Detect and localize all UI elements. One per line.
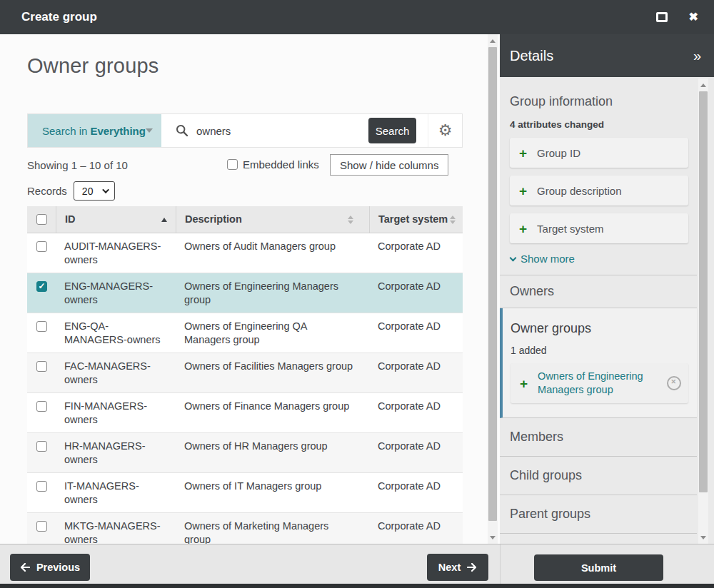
row-checkbox[interactable] bbox=[36, 441, 47, 452]
row-description: Owners of IT Managers group bbox=[176, 473, 369, 512]
row-description: Owners of HR Managers group bbox=[176, 433, 369, 472]
column-label: ID bbox=[65, 213, 76, 226]
show-hide-columns-button[interactable]: Show / hide columns bbox=[330, 154, 448, 176]
main-content: Owner groups Search in Everything bbox=[0, 54, 463, 544]
next-label: Next bbox=[438, 562, 461, 573]
table-row[interactable]: IT-MANAGERS-owners Owners of IT Managers… bbox=[27, 473, 463, 513]
records-row: Records 20 bbox=[27, 181, 463, 201]
dialog-title: Create group bbox=[21, 10, 97, 24]
column-header-id[interactable]: ID bbox=[56, 206, 176, 233]
row-id: FIN-MANAGERS-owners bbox=[56, 393, 176, 432]
section-members[interactable]: Members bbox=[500, 418, 697, 457]
attribute-card-group-description[interactable]: + Group description bbox=[510, 176, 688, 206]
section-owners[interactable]: Owners bbox=[500, 275, 697, 308]
section-heading: Child groups bbox=[510, 468, 582, 483]
show-more-label: Show more bbox=[521, 253, 575, 265]
search-settings[interactable]: ⚙ bbox=[428, 114, 462, 147]
scroll-up-icon[interactable] bbox=[698, 80, 708, 90]
attribute-label: Group ID bbox=[537, 147, 580, 159]
embedded-links-label: Embedded links bbox=[243, 158, 319, 171]
arrow-right-icon bbox=[467, 563, 477, 572]
row-id: ENG-QA-MANAGERS-owners bbox=[56, 313, 176, 353]
table-row[interactable]: ENG-QA-MANAGERS-owners Owners of Enginee… bbox=[27, 313, 463, 353]
main-scrollbar[interactable] bbox=[488, 34, 498, 544]
attribute-label: Target system bbox=[537, 223, 603, 235]
section-child-groups[interactable]: Child groups bbox=[500, 457, 697, 495]
row-target: Corporate AD bbox=[369, 313, 463, 353]
row-id: MKTG-MANAGERS-owners bbox=[56, 513, 176, 544]
table-row[interactable]: HR-MANAGERS-owners Owners of HR Managers… bbox=[27, 433, 463, 473]
show-more-link[interactable]: Show more bbox=[510, 253, 688, 265]
section-heading: Owners bbox=[510, 284, 554, 299]
close-icon[interactable]: ✖ bbox=[689, 11, 698, 23]
next-button[interactable]: Next bbox=[427, 554, 488, 581]
search-icon bbox=[176, 124, 188, 137]
submit-button[interactable]: Submit bbox=[534, 554, 663, 581]
row-target: Corporate AD bbox=[369, 273, 463, 313]
row-id: HR-MANAGERS-owners bbox=[56, 433, 176, 472]
collapse-panel-icon[interactable]: » bbox=[693, 49, 701, 63]
row-target: Corporate AD bbox=[369, 513, 463, 544]
scroll-down-icon[interactable] bbox=[698, 532, 708, 542]
embedded-links-toggle[interactable]: Embedded links bbox=[227, 158, 319, 171]
row-description: Owners of Marketing Managers group bbox=[176, 513, 369, 544]
scroll-down-icon[interactable] bbox=[488, 532, 498, 542]
table-row[interactable]: FAC-MANAGERS-owners Owners of Facilities… bbox=[27, 353, 463, 393]
section-heading: Parent groups bbox=[510, 507, 590, 522]
table-header: ID Description Target system bbox=[27, 206, 463, 233]
titlebar: Create group ✖ bbox=[0, 0, 714, 34]
scrollbar-thumb[interactable] bbox=[488, 47, 497, 521]
table-row[interactable]: FIN-MANAGERS-owners Owners of Finance Ma… bbox=[27, 393, 463, 433]
row-id: FAC-MANAGERS-owners bbox=[56, 353, 176, 392]
scrollbar-thumb[interactable] bbox=[699, 91, 708, 492]
row-checkbox[interactable] bbox=[36, 481, 47, 492]
attribute-card-group-id[interactable]: + Group ID bbox=[510, 138, 688, 168]
footer-divider bbox=[500, 544, 501, 584]
sort-asc-icon bbox=[161, 218, 169, 222]
embedded-links-checkbox[interactable] bbox=[227, 159, 238, 170]
column-header-description[interactable]: Description bbox=[176, 206, 369, 233]
search-input[interactable] bbox=[196, 125, 325, 137]
row-description: Owners of Audit Managers group bbox=[176, 233, 369, 273]
row-description: Owners of Engineering QA Managers group bbox=[176, 313, 369, 353]
remove-icon[interactable] bbox=[667, 376, 681, 390]
main-panel: Owner groups Search in Everything bbox=[0, 34, 500, 544]
plus-icon: + bbox=[519, 184, 527, 198]
results-summary: Showing 1 – 10 of 10 bbox=[27, 159, 128, 171]
row-description: Owners of Finance Managers group bbox=[176, 393, 369, 432]
search-scope-dropdown[interactable]: Search in Everything bbox=[28, 114, 161, 147]
records-per-page-select[interactable]: 20 bbox=[74, 181, 115, 201]
table-row-selected[interactable]: ENG-MANAGERS-owners Owners of Engineerin… bbox=[27, 273, 463, 313]
row-target: Corporate AD bbox=[369, 233, 463, 273]
attribute-card-target-system[interactable]: + Target system bbox=[510, 213, 688, 243]
row-target: Corporate AD bbox=[369, 433, 463, 472]
plus-icon: + bbox=[520, 377, 528, 390]
table-row[interactable]: AUDIT-MANAGERS-owners Owners of Audit Ma… bbox=[27, 233, 463, 273]
records-value: 20 bbox=[82, 186, 94, 197]
chevron-down-icon bbox=[510, 254, 517, 261]
search-field: Search bbox=[161, 114, 428, 147]
section-owner-groups[interactable]: Owner groups 1 added + Owners of Enginee… bbox=[500, 308, 697, 418]
chevron-down-icon bbox=[102, 186, 109, 193]
section-parent-groups[interactable]: Parent groups bbox=[500, 495, 697, 534]
added-owner-group-link[interactable]: Owners of Engineering Managers group bbox=[538, 370, 652, 397]
row-checkbox-checked[interactable] bbox=[36, 281, 47, 292]
search-scope-prefix: Search in bbox=[42, 125, 87, 137]
row-checkbox[interactable] bbox=[36, 321, 47, 332]
column-header-target-system[interactable]: Target system bbox=[369, 206, 463, 233]
previous-button[interactable]: Previous bbox=[10, 554, 90, 581]
search-button[interactable]: Search bbox=[368, 118, 416, 143]
table-row[interactable]: MKTG-MANAGERS-owners Owners of Marketing… bbox=[27, 513, 463, 544]
section-heading: Members bbox=[510, 430, 563, 445]
row-checkbox[interactable] bbox=[36, 241, 47, 252]
attribute-label: Group description bbox=[537, 185, 621, 197]
row-checkbox[interactable] bbox=[36, 521, 47, 532]
dialog-body: Owner groups Search in Everything bbox=[0, 34, 714, 544]
window-controls: ✖ bbox=[656, 11, 698, 23]
select-all-checkbox[interactable] bbox=[36, 214, 47, 225]
maximize-icon[interactable] bbox=[656, 12, 668, 22]
scroll-up-icon[interactable] bbox=[488, 36, 498, 46]
row-checkbox[interactable] bbox=[36, 401, 47, 412]
row-checkbox[interactable] bbox=[36, 361, 47, 372]
sidebar-scrollbar[interactable] bbox=[698, 78, 708, 544]
